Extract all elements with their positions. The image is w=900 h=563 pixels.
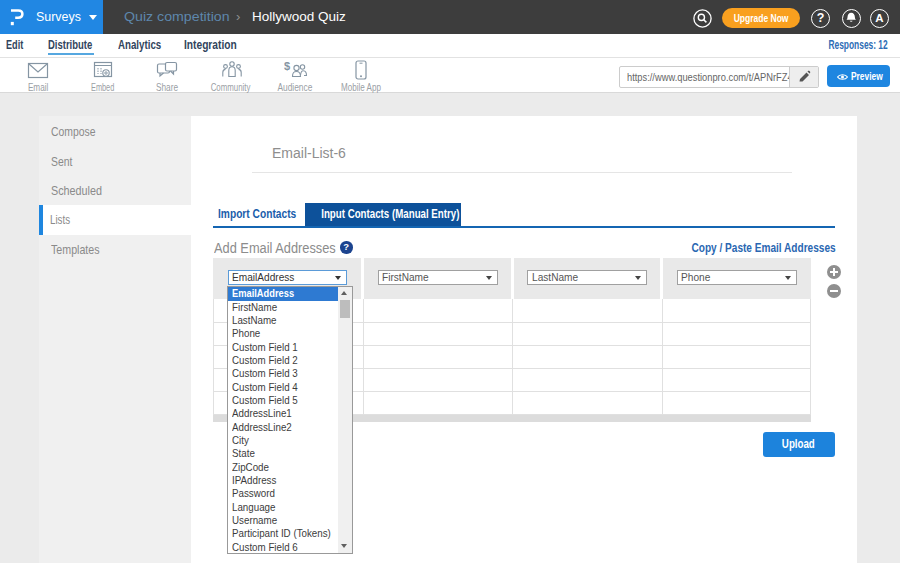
- svg-text:$: $: [284, 60, 290, 72]
